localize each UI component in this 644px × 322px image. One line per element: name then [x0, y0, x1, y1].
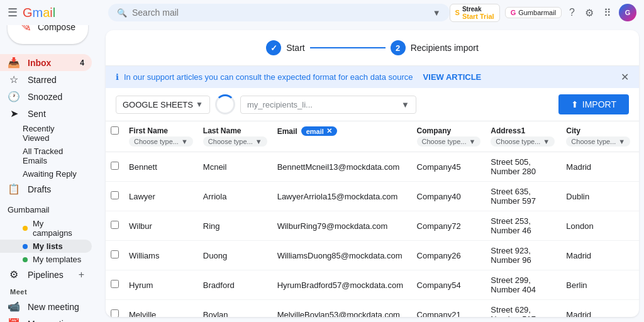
help-icon[interactable]: ?	[567, 4, 577, 21]
table-row: Melville Boylan MelvilleBoylan53@mockdat…	[106, 300, 639, 318]
row-first-name-3: Williams	[124, 241, 198, 270]
info-banner: ℹ In our support articles you can consul…	[106, 66, 639, 88]
sidebar-item-my-lists[interactable]: My lists	[0, 240, 92, 253]
row-province-3: M	[635, 241, 639, 270]
file-dropdown-chevron-icon: ▼	[401, 100, 409, 109]
recipients-table: First Name Choose type... ▼ Last Name Ch…	[106, 121, 639, 317]
row-checkbox-cell-3	[106, 241, 124, 270]
source-label: GOOGLE SHEETS	[123, 100, 193, 109]
row-email-0: BennettMcneil13@mockdata.com	[272, 152, 412, 182]
gumbamail-topbar-button[interactable]: G Gumbarmail	[505, 7, 562, 18]
settings-icon[interactable]: ⚙	[582, 4, 596, 21]
row-company-5: Company21	[412, 300, 486, 318]
gumbamail-section-label: Gumbamail	[8, 205, 49, 214]
sidebar-item-sent[interactable]: ➤ Sent	[0, 105, 92, 122]
row-city-5: Madrid	[561, 300, 635, 318]
table-row: Wilbur Ring WilburRing79@mockdata.com Co…	[106, 211, 639, 241]
row-checkbox-0[interactable]	[111, 162, 119, 170]
step2-label: Recipients import	[411, 43, 479, 53]
row-checkbox-5[interactable]	[111, 309, 119, 317]
row-address-2: Street 253, Number 46	[486, 211, 561, 241]
sidebar-item-recently-viewed[interactable]: Recently Viewed	[0, 122, 92, 145]
col-type-city[interactable]: Choose type... ▼	[566, 136, 630, 147]
sidebar-item-my-meetings[interactable]: 📅 My meetings	[0, 315, 92, 322]
row-checkbox-3[interactable]	[111, 250, 119, 258]
row-checkbox-4[interactable]	[111, 280, 119, 288]
row-city-4: Berlin	[561, 270, 635, 300]
pipelines-add-icon[interactable]: +	[79, 269, 84, 280]
wizard-step-2: 2 Recipients import	[391, 40, 479, 55]
file-selector[interactable]: my_recipients_li... ▼	[240, 96, 416, 114]
sidebar-item-snoozed[interactable]: 🕐 Snoozed	[0, 88, 92, 105]
import-icon: ⬆	[571, 99, 579, 109]
row-province-1: D	[635, 182, 639, 211]
search-bar: 🔍 ▼	[108, 4, 450, 21]
select-all-checkbox[interactable]	[111, 126, 119, 135]
row-last-name-2: Ring	[198, 211, 272, 241]
sidebar-item-pipelines[interactable]: ⚙ Pipelines +	[0, 266, 92, 283]
col-type-chevron-icon-3: ▼	[469, 138, 475, 145]
hamburger-icon[interactable]: ☰	[8, 6, 18, 19]
sidebar-item-awaiting-reply[interactable]: Awaiting Reply	[0, 167, 92, 180]
table-row: Lawyer Arriola LawyerArriola15@mockdata.…	[106, 182, 639, 211]
topbar-icons: S Streak Start Trial G Gumbarmail ? ⚙ ⠿ …	[450, 4, 636, 22]
sent-icon: ➤	[8, 108, 20, 119]
sidebar-item-starred[interactable]: ☆ Starred	[0, 71, 92, 88]
sidebar-item-inbox[interactable]: 📥 Inbox 4	[0, 54, 92, 71]
sidebar-item-my-templates[interactable]: My templates	[0, 253, 92, 266]
import-button[interactable]: ⬆ IMPORT	[558, 94, 629, 114]
row-province-4: B	[635, 270, 639, 300]
email-type-badge[interactable]: email ✕	[301, 126, 337, 136]
wizard-step-line	[310, 47, 386, 48]
row-first-name-0: Bennett	[124, 152, 198, 182]
col-header-company: Company Choose type... ▼	[412, 121, 486, 152]
my-meetings-icon: 📅	[8, 318, 20, 322]
col-type-company[interactable]: Choose type... ▼	[417, 136, 481, 147]
row-company-2: Company72	[412, 211, 486, 241]
search-icon: 🔍	[117, 8, 127, 18]
search-input[interactable]	[132, 8, 428, 18]
sidebar-item-drafts[interactable]: 📋 Drafts	[0, 180, 92, 197]
sidebar-item-new-meeting[interactable]: 📹 New meeting	[0, 298, 92, 315]
row-checkbox-cell-1	[106, 182, 124, 211]
gmail-logo: ☰ Gmail	[8, 6, 108, 20]
row-last-name-4: Bradford	[198, 270, 272, 300]
loading-spinner	[215, 94, 235, 114]
apps-icon[interactable]: ⠿	[601, 4, 614, 21]
topbar: ☰ Gmail 🔍 ▼ S Streak Start Trial G Gumba…	[0, 0, 644, 25]
row-first-name-4: Hyrum	[124, 270, 198, 300]
search-dropdown-icon[interactable]: ▼	[433, 8, 441, 18]
meet-section-label: Meet	[0, 283, 101, 298]
row-checkbox-cell-5	[106, 300, 124, 318]
sidebar-item-my-campaigns[interactable]: My campaigns	[0, 217, 92, 240]
info-banner-close-icon[interactable]: ✕	[621, 71, 629, 83]
account-avatar[interactable]: G	[619, 4, 636, 21]
sidebar-item-all-tracked-emails[interactable]: All Tracked Emails	[0, 145, 92, 167]
col-header-first-name: First Name Choose type... ▼	[124, 121, 198, 152]
col-header-email: Email email ✕	[272, 121, 412, 152]
source-dropdown[interactable]: GOOGLE SHEETS ▼	[116, 96, 210, 114]
row-address-4: Street 299, Number 404	[486, 270, 561, 300]
import-toolbar: GOOGLE SHEETS ▼ my_recipients_li... ▼ ⬆ …	[106, 88, 639, 121]
col-type-address1[interactable]: Choose type... ▼	[491, 136, 555, 147]
row-address-1: Street 635, Number 597	[486, 182, 561, 211]
select-all-checkbox-cell	[106, 121, 124, 152]
row-company-0: Company45	[412, 152, 486, 182]
col-type-last-name[interactable]: Choose type... ▼	[203, 136, 267, 147]
sidebar: ✎ Compose 📥 Inbox 4 ☆ Starred 🕐 Snoozed …	[0, 0, 101, 322]
row-checkbox-1[interactable]	[111, 191, 119, 199]
streak-button[interactable]: S Streak Start Trial	[450, 4, 500, 22]
col-header-province-code: Province Code Choose type... ▼	[635, 121, 639, 152]
row-checkbox-cell-0	[106, 152, 124, 182]
col-type-chevron-icon: ▼	[181, 138, 188, 145]
main-content: ✓ Start 2 Recipients import ℹ In our sup…	[106, 30, 639, 317]
row-checkbox-2[interactable]	[111, 221, 119, 229]
col-type-chevron-icon-5: ▼	[618, 138, 625, 145]
import-label: IMPORT	[582, 99, 616, 109]
wizard-steps: ✓ Start 2 Recipients import	[106, 30, 639, 66]
view-article-link[interactable]: VIEW ARTICLE	[423, 72, 482, 82]
col-header-last-name: Last Name Choose type... ▼	[198, 121, 272, 152]
col-type-first-name[interactable]: Choose type... ▼	[129, 136, 193, 147]
row-email-3: WilliamsDuong85@mockdata.com	[272, 241, 412, 270]
row-province-2: L	[635, 211, 639, 241]
